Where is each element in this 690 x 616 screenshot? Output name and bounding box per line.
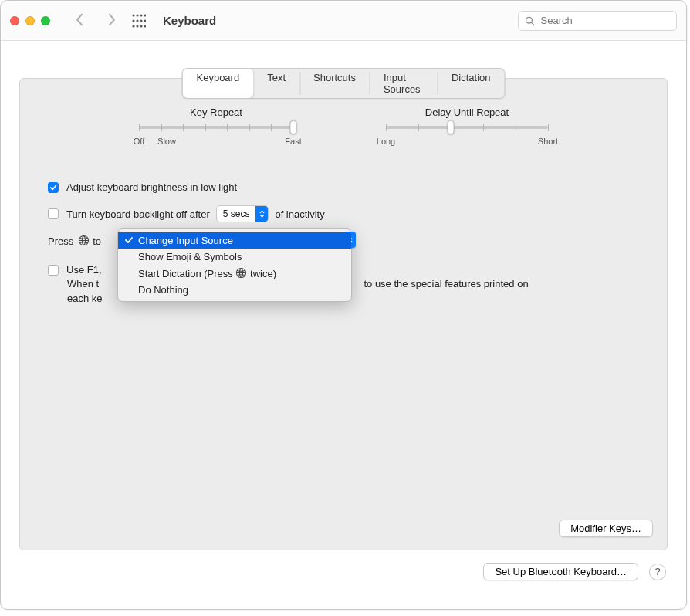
help-button[interactable]: ? bbox=[649, 564, 666, 580]
svg-point-6 bbox=[140, 19, 142, 22]
nav-arrows bbox=[73, 13, 118, 29]
svg-point-11 bbox=[144, 25, 146, 27]
settings-panel: Keyboard Text Shortcuts Input Sources Di… bbox=[19, 78, 668, 550]
backlight-delay-value: 5 secs bbox=[217, 208, 256, 219]
delay-repeat-ticks bbox=[386, 124, 548, 131]
popup-item-label-suffix: twice) bbox=[247, 268, 276, 279]
page-title: Keyboard bbox=[163, 14, 216, 27]
check-icon bbox=[49, 184, 57, 191]
row-backlight-off: Turn keyboard backlight off after 5 secs… bbox=[48, 205, 639, 222]
svg-point-10 bbox=[140, 25, 142, 27]
tab-keyboard[interactable]: Keyboard bbox=[183, 69, 254, 98]
back-button[interactable] bbox=[73, 13, 86, 29]
svg-point-1 bbox=[136, 14, 138, 16]
tab-text[interactable]: Text bbox=[253, 69, 299, 98]
bluetooth-keyboard-button[interactable]: Set Up Bluetooth Keyboard… bbox=[483, 563, 638, 580]
close-button[interactable] bbox=[10, 16, 19, 25]
kr-label-slow: Slow bbox=[157, 137, 176, 146]
modifier-keys-button[interactable]: Modifier Keys… bbox=[559, 520, 653, 537]
key-repeat-ticks bbox=[139, 124, 293, 131]
popup-item-label: Show Emoji & Symbols bbox=[138, 251, 242, 262]
checkbox-use-fn[interactable] bbox=[48, 265, 59, 276]
kr-label-fast: Fast bbox=[285, 137, 301, 146]
popup-item-label: Change Input Source bbox=[138, 235, 233, 246]
globe-icon bbox=[78, 235, 90, 247]
svg-point-7 bbox=[144, 19, 146, 22]
all-prefs-icon[interactable] bbox=[132, 14, 146, 28]
form-area: Adjust keyboard brightness in low light … bbox=[20, 147, 667, 306]
svg-point-3 bbox=[144, 14, 146, 16]
checkbox-backlight-off[interactable] bbox=[48, 208, 59, 219]
svg-point-0 bbox=[132, 14, 134, 16]
label-adjust-brightness: Adjust keyboard brightness in low light bbox=[66, 181, 237, 193]
popup-item-change-input-source[interactable]: Change Input Source bbox=[118, 232, 351, 249]
window-controls bbox=[10, 16, 50, 25]
prefs-window: Keyboard Keyboard Text Shortcuts Input S… bbox=[0, 0, 687, 610]
minimize-button[interactable] bbox=[25, 16, 35, 25]
popup-item-do-nothing[interactable]: Do Nothing bbox=[118, 282, 351, 298]
footer-row: Set Up Bluetooth Keyboard… ? bbox=[19, 563, 668, 580]
key-repeat-title: Key Repeat bbox=[139, 107, 293, 118]
svg-point-9 bbox=[136, 25, 138, 27]
label-press: Press bbox=[48, 235, 73, 247]
row-press-globe: Press to bbox=[48, 235, 639, 247]
delay-repeat-thumb[interactable] bbox=[448, 120, 455, 134]
checkbox-adjust-brightness[interactable] bbox=[48, 182, 59, 193]
key-repeat-slider[interactable] bbox=[139, 126, 293, 129]
svg-point-5 bbox=[136, 19, 138, 22]
svg-point-4 bbox=[132, 19, 134, 22]
popup-item-start-dictation[interactable]: Start Dictation (Press twice) bbox=[118, 265, 351, 282]
dr-label-short: Short bbox=[538, 137, 558, 146]
delay-repeat-group: Delay Until Repeat Long Short bbox=[386, 107, 548, 147]
forward-button[interactable] bbox=[105, 13, 118, 29]
check-icon bbox=[124, 235, 134, 245]
popup-item-label: Do Nothing bbox=[138, 284, 188, 296]
content-area: Keyboard Text Shortcuts Input Sources Di… bbox=[1, 41, 686, 609]
popup-item-label-prefix: Start Dictation (Press bbox=[138, 268, 235, 279]
stepper-icon bbox=[255, 206, 268, 222]
label-backlight-off-before: Turn keyboard backlight off after bbox=[66, 208, 210, 220]
search-icon bbox=[525, 15, 535, 26]
search-field[interactable] bbox=[518, 11, 677, 31]
kr-label-off: Off bbox=[134, 137, 144, 146]
label-backlight-off-after: of inactivity bbox=[275, 208, 324, 220]
titlebar: Keyboard bbox=[1, 1, 686, 41]
key-repeat-thumb[interactable] bbox=[290, 120, 297, 134]
tab-bar: Keyboard Text Shortcuts Input Sources Di… bbox=[182, 68, 506, 99]
svg-point-2 bbox=[140, 14, 142, 16]
popup-item-emoji-symbols[interactable]: Show Emoji & Symbols bbox=[118, 249, 351, 265]
tab-input-sources[interactable]: Input Sources bbox=[370, 69, 438, 98]
key-repeat-group: Key Repeat Off Slow Fast bbox=[139, 107, 293, 147]
globe-action-popup[interactable]: Change Input Source Show Emoji & Symbols… bbox=[117, 228, 352, 302]
tab-dictation[interactable]: Dictation bbox=[438, 69, 505, 98]
zoom-button[interactable] bbox=[41, 16, 50, 25]
dr-label-long: Long bbox=[377, 137, 395, 146]
globe-icon bbox=[235, 267, 247, 279]
svg-point-8 bbox=[132, 25, 134, 27]
delay-repeat-slider[interactable] bbox=[386, 126, 548, 129]
label-to: to bbox=[93, 235, 101, 247]
delay-repeat-title: Delay Until Repeat bbox=[386, 107, 548, 118]
tab-shortcuts[interactable]: Shortcuts bbox=[299, 69, 370, 98]
row-adjust-brightness: Adjust keyboard brightness in low light bbox=[48, 181, 639, 193]
backlight-delay-select[interactable]: 5 secs bbox=[216, 205, 269, 222]
svg-line-13 bbox=[532, 22, 534, 25]
label-use-fn: Use F1, bbox=[66, 264, 102, 276]
search-input[interactable] bbox=[539, 14, 670, 27]
